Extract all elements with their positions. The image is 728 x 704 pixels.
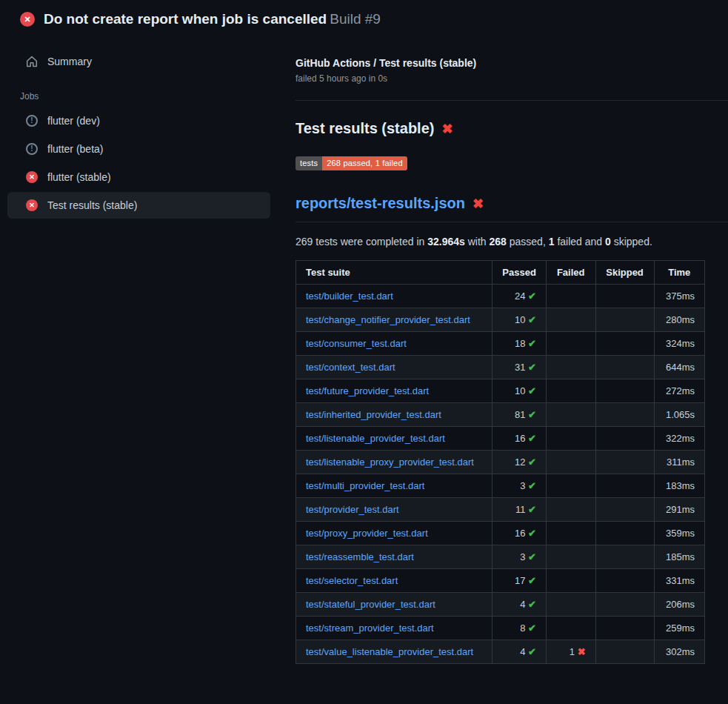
passed-cell: 16 ✔ bbox=[492, 522, 547, 545]
table-row: test/selector_test.dart17 ✔331ms bbox=[296, 569, 705, 593]
failed-cell bbox=[546, 403, 595, 427]
check-icon: ✔ bbox=[528, 433, 536, 444]
table-row: test/value_listenable_provider_test.dart… bbox=[296, 640, 705, 664]
skipped-cell bbox=[595, 640, 654, 664]
suite-cell: test/listenable_proxy_provider_test.dart bbox=[296, 451, 492, 474]
sidebar-job-item[interactable]: !flutter (dev) bbox=[7, 107, 270, 134]
suite-cell: test/provider_test.dart bbox=[296, 498, 492, 522]
test-suite-link[interactable]: test/listenable_provider_test.dart bbox=[306, 433, 445, 444]
table-row: test/multi_provider_test.dart3 ✔183ms bbox=[296, 474, 705, 498]
failed-status-icon: ✕ bbox=[20, 12, 35, 27]
passed-cell: 81 ✔ bbox=[492, 403, 547, 427]
col-header-time: Time bbox=[654, 261, 704, 285]
check-icon: ✔ bbox=[528, 480, 536, 491]
test-suite-link[interactable]: test/builder_test.dart bbox=[306, 290, 393, 302]
test-suite-link[interactable]: test/consumer_test.dart bbox=[306, 338, 407, 349]
passed-cell: 11 ✔ bbox=[492, 498, 547, 522]
time-cell: 206ms bbox=[654, 593, 704, 617]
failed-cell bbox=[546, 474, 595, 498]
test-suite-link[interactable]: test/reassemble_test.dart bbox=[306, 551, 414, 562]
suite-cell: test/consumer_test.dart bbox=[296, 332, 492, 356]
sidebar-job-item[interactable]: ✕flutter (stable) bbox=[7, 164, 270, 190]
test-suite-link[interactable]: test/change_notifier_provider_test.dart bbox=[306, 314, 470, 325]
test-suite-link[interactable]: test/inherited_provider_test.dart bbox=[306, 409, 441, 420]
report-heading: reports/test-results.json ✖ bbox=[295, 195, 728, 222]
test-suite-link[interactable]: test/selector_test.dart bbox=[306, 575, 398, 586]
suite-cell: test/stateful_provider_test.dart bbox=[296, 593, 492, 617]
layout: Summary Jobs !flutter (dev)!flutter (bet… bbox=[0, 35, 728, 664]
failed-cell bbox=[546, 379, 595, 403]
summary-label: Summary bbox=[47, 56, 92, 67]
check-icon: ✔ bbox=[528, 646, 536, 657]
time-cell: 1.065s bbox=[654, 403, 704, 427]
page-title: Do not create report when job is cancell… bbox=[44, 11, 381, 27]
skipped-cell bbox=[595, 498, 654, 522]
suite-cell: test/change_notifier_provider_test.dart bbox=[296, 308, 492, 332]
time-cell: 291ms bbox=[654, 498, 704, 522]
test-suite-link[interactable]: test/listenable_proxy_provider_test.dart bbox=[306, 456, 474, 468]
failed-cell bbox=[546, 451, 595, 474]
check-icon: ✔ bbox=[528, 456, 536, 468]
test-suite-link[interactable]: test/stateful_provider_test.dart bbox=[306, 599, 435, 610]
test-suite-link[interactable]: test/provider_test.dart bbox=[306, 504, 399, 515]
badge-label: tests bbox=[295, 156, 322, 170]
results-table-head: Test suite Passed Failed Skipped Time bbox=[296, 261, 705, 285]
passed-cell: 17 ✔ bbox=[492, 569, 547, 593]
failed-cell bbox=[546, 617, 595, 640]
test-suite-link[interactable]: test/future_provider_test.dart bbox=[306, 385, 429, 396]
passed-cell: 8 ✔ bbox=[492, 617, 547, 640]
suite-cell: test/future_provider_test.dart bbox=[296, 379, 492, 403]
sidebar-item-summary[interactable]: Summary bbox=[7, 48, 270, 75]
summary-text: failed and bbox=[555, 236, 606, 248]
table-header-row: Test suite Passed Failed Skipped Time bbox=[296, 261, 705, 285]
check-icon: ✔ bbox=[528, 314, 536, 325]
badge-value: 268 passed, 1 failed bbox=[322, 156, 407, 170]
failed-cell bbox=[546, 569, 595, 593]
table-row: test/builder_test.dart24 ✔375ms bbox=[296, 285, 705, 308]
skipped-cell bbox=[595, 379, 654, 403]
check-icon: ✔ bbox=[528, 599, 536, 610]
time-cell: 302ms bbox=[654, 640, 704, 664]
failed-cell bbox=[546, 308, 595, 332]
suite-cell: test/proxy_provider_test.dart bbox=[296, 522, 492, 545]
check-run-title: Do not create report when job is cancell… bbox=[44, 11, 327, 27]
results-table: Test suite Passed Failed Skipped Time te… bbox=[295, 260, 705, 664]
table-row: test/provider_test.dart11 ✔291ms bbox=[296, 498, 705, 522]
suite-cell: test/builder_test.dart bbox=[296, 285, 492, 308]
check-icon: ✔ bbox=[528, 575, 536, 586]
skipped-cell bbox=[595, 593, 654, 617]
skipped-cell bbox=[595, 451, 654, 474]
table-row: test/future_provider_test.dart10 ✔272ms bbox=[296, 379, 705, 403]
test-suite-link[interactable]: test/stream_provider_test.dart bbox=[306, 622, 434, 634]
passed-cell: 31 ✔ bbox=[492, 356, 547, 379]
test-suite-link[interactable]: test/multi_provider_test.dart bbox=[306, 480, 424, 491]
summary-text: skipped. bbox=[611, 236, 652, 248]
sidebar: Summary Jobs !flutter (dev)!flutter (bet… bbox=[0, 35, 278, 220]
sidebar-job-item[interactable]: ✕Test results (stable) bbox=[7, 192, 270, 219]
time-cell: 185ms bbox=[654, 545, 704, 569]
table-row: test/reassemble_test.dart3 ✔185ms bbox=[296, 545, 705, 569]
time-cell: 375ms bbox=[654, 285, 704, 308]
test-suite-link[interactable]: test/value_listenable_provider_test.dart bbox=[306, 646, 473, 657]
table-row: test/consumer_test.dart18 ✔324ms bbox=[296, 332, 705, 356]
test-suite-link[interactable]: test/proxy_provider_test.dart bbox=[306, 528, 428, 539]
failed-x-icon: ✖ bbox=[441, 122, 453, 136]
report-link[interactable]: reports/test-results.json bbox=[295, 195, 465, 212]
check-icon: ✔ bbox=[528, 409, 536, 420]
passed-cell: 3 ✔ bbox=[492, 545, 547, 569]
passed-cell: 10 ✔ bbox=[492, 308, 547, 332]
suite-cell: test/context_test.dart bbox=[296, 356, 492, 379]
failed-cell bbox=[546, 285, 595, 308]
tests-badge: tests 268 passed, 1 failed bbox=[295, 156, 407, 170]
test-suite-link[interactable]: test/context_test.dart bbox=[306, 362, 395, 373]
summary-text: 269 tests were completed in bbox=[295, 236, 427, 248]
time-cell: 644ms bbox=[654, 356, 704, 379]
suite-cell: test/selector_test.dart bbox=[296, 569, 492, 593]
breadcrumb: GitHub Actions / Test results (stable) bbox=[295, 57, 728, 69]
table-row: test/stateful_provider_test.dart4 ✔206ms bbox=[296, 593, 705, 617]
failed-cell bbox=[546, 332, 595, 356]
sidebar-job-item[interactable]: !flutter (beta) bbox=[7, 136, 270, 162]
build-number: Build #9 bbox=[330, 11, 381, 27]
table-row: test/listenable_provider_test.dart16 ✔32… bbox=[296, 427, 705, 451]
jobs-list: !flutter (dev)!flutter (beta)✕flutter (s… bbox=[0, 107, 278, 219]
